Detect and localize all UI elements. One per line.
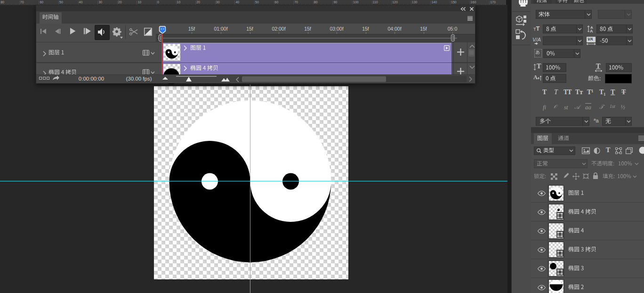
svg-text:A: A <box>590 29 593 33</box>
